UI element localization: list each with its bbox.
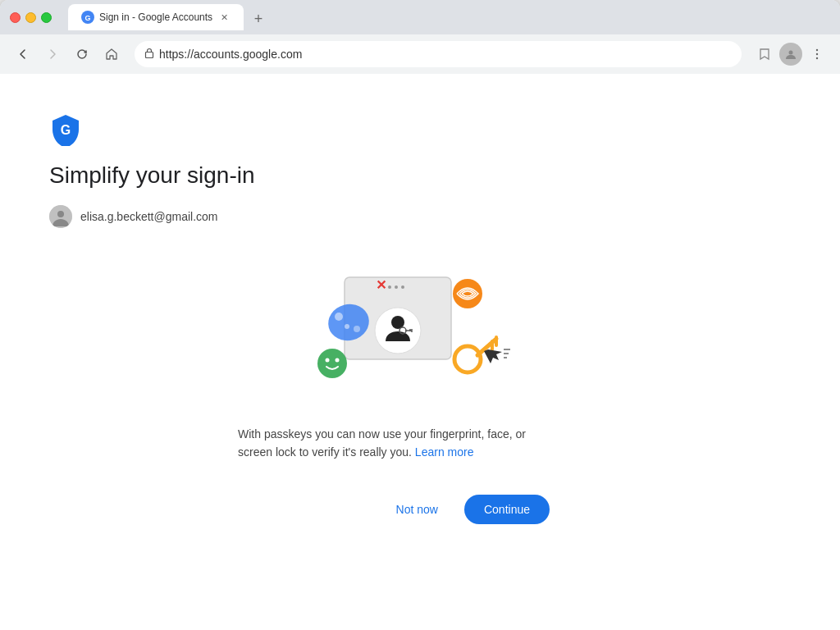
back-button[interactable] [10, 41, 36, 67]
svg-rect-2 [146, 52, 153, 58]
browser-window: G Sign in - Google Accounts ✕ + [0, 0, 840, 630]
user-email-label: elisa.g.beckett@gmail.com [80, 210, 218, 223]
svg-point-12 [388, 285, 391, 289]
lock-icon [144, 48, 154, 61]
svg-point-5 [816, 49, 818, 51]
traffic-lights [10, 12, 52, 23]
google-shield-logo: G [49, 113, 82, 146]
address-bar[interactable]: https://accounts.google.com [135, 41, 742, 67]
svg-point-23 [354, 326, 360, 332]
svg-text:G: G [61, 123, 71, 137]
svg-marker-34 [484, 349, 502, 363]
tab-title-label: Sign in - Google Accounts [99, 11, 212, 23]
forward-button[interactable] [39, 41, 66, 67]
description-text: With passkeys you can now use your finge… [238, 425, 550, 462]
not-now-button[interactable]: Not now [383, 495, 451, 524]
new-tab-button[interactable]: + [247, 7, 270, 30]
svg-point-27 [336, 358, 340, 363]
svg-point-14 [401, 285, 404, 289]
close-tab-button[interactable]: ✕ [217, 11, 231, 24]
tab-bar: G Sign in - Google Accounts ✕ + [68, 4, 830, 30]
page-content: G Simplify your sign-in elisa.g.beckett@… [0, 74, 840, 630]
right-section: ✕ With passkeys you can now use your fin… [49, 244, 738, 524]
home-button[interactable] [98, 41, 125, 67]
svg-text:✕: ✕ [376, 278, 386, 292]
user-row: elisa.g.beckett@gmail.com [49, 205, 738, 228]
profile-avatar[interactable] [779, 43, 802, 66]
svg-point-13 [395, 285, 398, 289]
close-window-button[interactable] [10, 12, 21, 23]
url-text: https://accounts.google.com [159, 48, 732, 61]
menu-button[interactable] [804, 41, 830, 67]
active-tab[interactable]: G Sign in - Google Accounts ✕ [68, 4, 244, 30]
bookmark-button[interactable] [751, 41, 778, 67]
dialog-container: G Simplify your sign-in elisa.g.beckett@… [0, 74, 788, 630]
svg-point-25 [317, 349, 347, 378]
refresh-button[interactable] [69, 41, 95, 67]
button-row: Not now Continue [238, 495, 550, 524]
svg-point-15 [375, 308, 421, 354]
minimize-window-button[interactable] [25, 12, 36, 23]
svg-point-6 [816, 53, 818, 55]
content-area: ✕ With passkeys you can now use your fin… [49, 244, 738, 524]
nav-right-controls [751, 41, 830, 67]
user-avatar [49, 205, 72, 228]
svg-point-24 [345, 324, 349, 329]
svg-text:G: G [84, 14, 90, 22]
svg-point-22 [335, 313, 343, 321]
svg-point-26 [326, 358, 330, 363]
maximize-window-button[interactable] [41, 12, 52, 23]
title-bar: G Sign in - Google Accounts ✕ + [0, 0, 840, 34]
passkey-illustration: ✕ [271, 244, 517, 409]
svg-point-4 [789, 51, 793, 55]
page-title: Simplify your sign-in [49, 162, 738, 189]
tab-favicon-icon: G [81, 11, 94, 24]
continue-button[interactable]: Continue [464, 495, 550, 524]
learn-more-link[interactable]: Learn more [415, 445, 474, 459]
svg-point-7 [816, 57, 818, 59]
nav-bar: https://accounts.google.com [0, 34, 840, 74]
svg-point-28 [454, 346, 481, 372]
svg-point-10 [57, 211, 64, 217]
